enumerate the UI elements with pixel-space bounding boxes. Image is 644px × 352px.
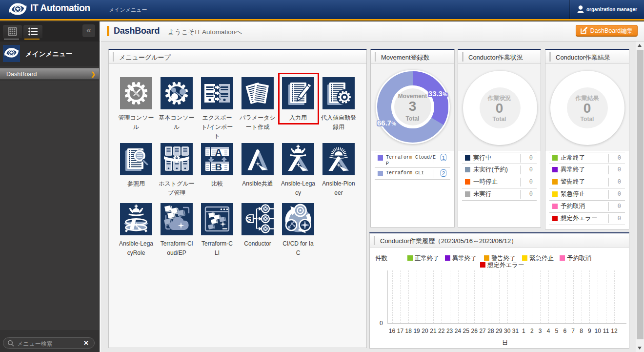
svg-text:A: A xyxy=(215,147,222,158)
svg-text:B: B xyxy=(215,162,222,172)
svg-text:S: S xyxy=(246,215,251,223)
